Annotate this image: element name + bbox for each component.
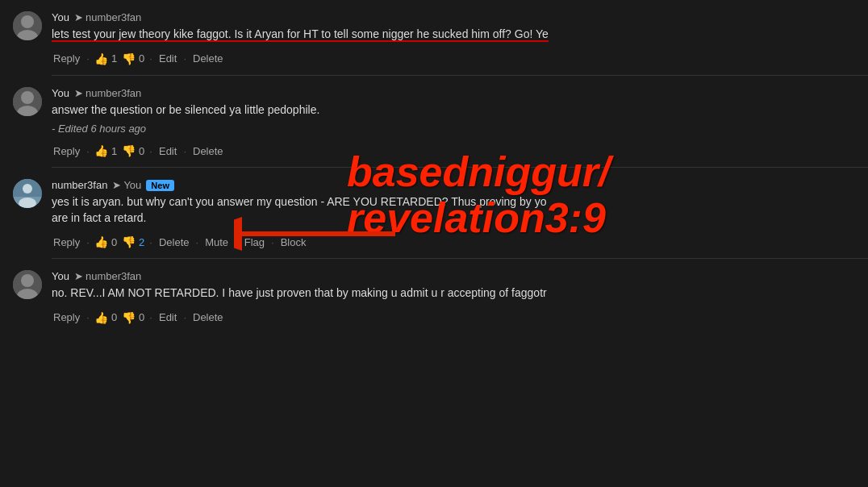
block-button[interactable]: Block (279, 236, 308, 248)
comment-body: You ➤ number3fan no. REV...I AM NOT RETA… (52, 270, 855, 334)
comment-item: You ➤ number3fan lets test your jew theo… (0, 0, 868, 75)
svg-point-4 (21, 91, 34, 104)
comment-item: You ➤ number3fan no. REV...I AM NOT RETA… (0, 259, 868, 334)
like-count: 0 (111, 236, 117, 248)
thumbs-up-icon[interactable]: 👍 (94, 235, 108, 248)
edit-button[interactable]: Edit (157, 52, 178, 65)
reply-arrow-icon: ➤ (74, 270, 83, 282)
thumbs-down-icon[interactable]: 👎 (122, 52, 136, 65)
new-badge: New (146, 180, 174, 191)
reply-button[interactable]: Reply (52, 52, 81, 65)
separator: · (183, 145, 186, 157)
edit-button[interactable]: Edit (157, 145, 178, 157)
comment-item: number3fan ➤ You New yes it is aryan. bu… (0, 168, 868, 258)
delete-button[interactable]: Delete (191, 145, 225, 157)
thumbs-down-icon[interactable]: 👎 (122, 144, 136, 157)
comment-header: You ➤ number3fan (52, 11, 855, 23)
dislike-count: 0 (139, 311, 144, 323)
separator: · (196, 236, 199, 248)
dislike-count: 2 (139, 236, 144, 248)
svg-point-8 (23, 184, 32, 194)
dislike-group: 👎 0 (122, 52, 144, 65)
like-group: 👍 1 (94, 144, 117, 157)
separator: · (86, 236, 90, 248)
separator: · (86, 52, 90, 65)
dislike-group: 👎 2 (122, 235, 144, 248)
comment-reply-to: ➤ number3fan (74, 87, 141, 99)
avatar (13, 179, 42, 208)
flag-button[interactable]: Flag (243, 236, 266, 248)
dislike-group: 👎 0 (122, 144, 144, 157)
comment-item: You ➤ number3fan answer the question or … (0, 76, 868, 168)
mute-button[interactable]: Mute (203, 236, 230, 248)
comment-username: You (52, 270, 69, 282)
comment-actions: Reply · 👍 1 👎 0 · Edit · Delete (52, 139, 855, 167)
comment-body: number3fan ➤ You New yes it is aryan. bu… (52, 179, 855, 258)
dislike-count: 0 (139, 52, 144, 65)
comment-username: number3fan (52, 179, 107, 191)
separator: · (183, 52, 186, 65)
reply-arrow-icon: ➤ (74, 11, 83, 23)
thumbs-up-icon[interactable]: 👍 (94, 311, 108, 324)
comment-body: You ➤ number3fan lets test your jew theo… (52, 11, 855, 75)
dislike-group: 👎 0 (122, 311, 144, 324)
like-group: 👍 1 (94, 52, 117, 65)
comment-header: You ➤ number3fan (52, 270, 855, 282)
reply-arrow-icon: ➤ (112, 179, 121, 191)
thumbs-down-icon[interactable]: 👎 (122, 311, 136, 324)
comment-reply-to: ➤ number3fan (74, 11, 141, 23)
comment-text: yes it is aryan. but why can't you answe… (52, 194, 855, 226)
svg-point-1 (21, 15, 34, 28)
svg-point-11 (21, 274, 34, 287)
comment-body: You ➤ number3fan answer the question or … (52, 87, 855, 168)
avatar (13, 11, 42, 40)
like-count: 1 (111, 52, 117, 65)
separator: · (149, 145, 152, 157)
comment-text-highlighted: lets test your jew theory kike faggot. I… (52, 27, 549, 42)
comment-actions: Reply · 👍 1 👎 0 · Edit · Delete (52, 48, 855, 75)
delete-button[interactable]: Delete (191, 52, 225, 65)
comment-section: You ➤ number3fan lets test your jew theo… (0, 0, 868, 334)
comment-text-line1: yes it is aryan. but why can't you answe… (52, 195, 546, 208)
comment-reply-to: ➤ number3fan (74, 270, 141, 282)
separator: · (149, 52, 152, 65)
like-count: 1 (111, 145, 117, 157)
comment-username: You (52, 11, 69, 23)
comment-actions: Reply · 👍 0 👎 2 · Delete · Mute · Flag ·… (52, 231, 855, 258)
reply-button[interactable]: Reply (52, 145, 81, 157)
comment-username: You (52, 87, 69, 99)
like-group: 👍 0 (94, 235, 117, 248)
reply-button[interactable]: Reply (52, 236, 81, 248)
avatar (13, 87, 42, 116)
edit-button[interactable]: Edit (157, 311, 178, 323)
thumbs-up-icon[interactable]: 👍 (94, 144, 108, 157)
separator: · (183, 311, 186, 323)
delete-button[interactable]: Delete (157, 236, 191, 248)
separator: · (235, 236, 238, 248)
comment-text-line2: are in fact a retard. (52, 211, 147, 224)
separator: · (86, 311, 90, 323)
thumbs-down-icon[interactable]: 👎 (122, 235, 136, 248)
edited-note: - Edited 6 hours ago (52, 123, 855, 135)
reply-button[interactable]: Reply (52, 311, 81, 323)
separator: · (86, 145, 90, 157)
separator: · (149, 236, 152, 248)
comment-reply-to: ➤ You (112, 179, 141, 191)
thumbs-up-icon[interactable]: 👍 (94, 52, 108, 65)
comment-header: number3fan ➤ You New (52, 179, 855, 191)
comment-text: lets test your jew theory kike faggot. I… (52, 27, 855, 43)
like-count: 0 (111, 311, 117, 323)
separator: · (149, 311, 152, 323)
like-group: 👍 0 (94, 311, 117, 324)
separator: · (271, 236, 274, 248)
dislike-count: 0 (139, 145, 144, 157)
comment-header: You ➤ number3fan (52, 87, 855, 99)
avatar (13, 270, 42, 299)
reply-arrow-icon: ➤ (74, 87, 83, 99)
comment-text: no. REV...I AM NOT RETARDED. I have just… (52, 285, 855, 302)
delete-button[interactable]: Delete (191, 311, 225, 323)
comment-text: answer the question or be silenced ya li… (52, 102, 855, 119)
comment-actions: Reply · 👍 0 👎 0 · Edit · Delete (52, 306, 855, 334)
